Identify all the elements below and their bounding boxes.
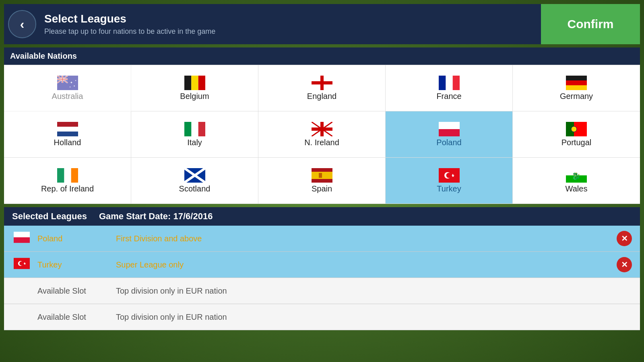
nation-name-germany: Germany (560, 92, 593, 101)
league-row-slot1[interactable]: Available SlotTop division only in EUR n… (4, 278, 640, 304)
leagues-header: Selected Leagues Game Start Date: 17/6/2… (4, 207, 640, 226)
league-flag-poland_row (12, 232, 31, 246)
flag-icon-germany (566, 76, 587, 92)
league-name-turkey_row: Turkey (37, 260, 110, 269)
flag-icon-france (439, 76, 460, 92)
nation-cell-scotland[interactable]: Scotland (131, 158, 258, 204)
nation-cell-germany[interactable]: Germany (513, 65, 640, 111)
remove-button-poland_row[interactable]: ✕ (617, 231, 632, 246)
nation-cell-turkey[interactable]: ★ Turkey (386, 158, 513, 204)
svg-text:✦: ✦ (75, 79, 76, 82)
svg-rect-26 (57, 122, 78, 127)
flag-icon-portugal (566, 122, 587, 138)
svg-text:★: ★ (451, 173, 455, 178)
remove-button-turkey_row[interactable]: ✕ (617, 257, 632, 272)
svg-rect-28 (57, 132, 78, 136)
league-flag-turkey_row: ★ (12, 258, 31, 272)
flag-icon-wales: 🐉 (566, 168, 587, 184)
nation-cell-england[interactable]: England (258, 65, 386, 111)
league-division-slot2: Top division only in EUR nation (116, 313, 611, 322)
svg-rect-31 (184, 122, 191, 136)
flag-icon-spain (312, 168, 332, 184)
leagues-rows: PolandFirst Division and above✕ ★ Turkey… (4, 226, 640, 330)
nation-cell-wales[interactable]: 🐉 Wales (513, 158, 640, 204)
svg-rect-16 (198, 76, 205, 90)
svg-rect-51 (319, 173, 322, 178)
svg-rect-45 (57, 168, 64, 183)
nation-cell-poland[interactable]: Poland (386, 111, 513, 158)
nation-name-italy: Italy (187, 138, 202, 147)
svg-rect-27 (57, 127, 78, 132)
flag-icon-poland (439, 122, 460, 138)
svg-rect-38 (439, 122, 460, 129)
nation-name-turkey: Turkey (437, 184, 461, 193)
nation-cell-holland[interactable]: Holland (4, 111, 131, 158)
nation-name-australia: Australia (52, 92, 83, 101)
flag-icon-england (312, 76, 332, 92)
page-subtitle: Please tap up to four nations to be acti… (44, 27, 541, 36)
svg-point-54 (446, 173, 451, 178)
nation-cell-rep_ireland[interactable]: Rep. of Ireland (4, 158, 131, 204)
header: ‹ Select Leagues Please tap up to four n… (4, 4, 640, 44)
nation-name-portugal: Portugal (561, 138, 592, 147)
nations-grid: ✦ ✦ ✦ ✦ Australia Belgium England France… (4, 65, 640, 204)
league-division-turkey_row: Super League only (116, 260, 611, 269)
back-button[interactable]: ‹ (8, 10, 36, 38)
nations-section: Available Nations ✦ ✦ ✦ ✦ Australia Belg… (4, 47, 640, 204)
nation-cell-italy[interactable]: Italy (131, 111, 258, 158)
svg-rect-23 (566, 76, 587, 80)
svg-point-42 (571, 126, 577, 132)
svg-text:✦: ✦ (70, 81, 73, 84)
nation-name-n_ireland: N. Ireland (304, 138, 339, 147)
flag-icon-holland (57, 122, 78, 138)
nation-cell-n_ireland[interactable]: N. Ireland (258, 111, 386, 158)
flag-icon-scotland (184, 168, 205, 184)
flag-icon-australia: ✦ ✦ ✦ ✦ (57, 76, 78, 92)
svg-rect-61 (14, 237, 30, 243)
svg-rect-22 (439, 76, 446, 90)
nation-cell-portugal[interactable]: Portugal (513, 111, 640, 158)
league-name-slot2: Available Slot (37, 313, 110, 322)
nation-name-scotland: Scotland (179, 184, 211, 193)
nation-name-holland: Holland (54, 138, 81, 147)
leagues-header-title: Selected Leagues (12, 211, 87, 222)
nation-cell-spain[interactable]: Spain (258, 158, 386, 204)
nations-header: Available Nations (4, 47, 640, 65)
game-start-date: Game Start Date: 17/6/2016 (99, 211, 213, 222)
league-row-slot2[interactable]: Available SlotTop division only in EUR n… (4, 304, 640, 330)
svg-rect-24 (566, 80, 587, 85)
svg-rect-19 (320, 76, 324, 90)
nation-cell-france[interactable]: France (386, 65, 513, 111)
svg-rect-60 (14, 232, 30, 237)
nation-name-belgium: Belgium (180, 92, 209, 101)
league-name-poland_row: Poland (37, 234, 110, 243)
league-division-poland_row: First Division and above (116, 234, 611, 243)
svg-point-64 (19, 261, 23, 265)
flag-icon-belgium (184, 76, 205, 92)
svg-rect-15 (191, 76, 198, 90)
svg-rect-14 (184, 76, 191, 90)
nation-name-rep_ireland: Rep. of Ireland (41, 184, 94, 193)
svg-text:★: ★ (23, 262, 26, 265)
nation-cell-belgium[interactable]: Belgium (131, 65, 258, 111)
nation-name-france: France (436, 92, 461, 101)
flag-icon-n_ireland (312, 122, 332, 138)
svg-text:✦: ✦ (69, 86, 71, 88)
nation-name-spain: Spain (312, 184, 332, 193)
league-row-turkey_row[interactable]: ★ TurkeySuper League only✕ (4, 252, 640, 278)
league-division-slot1: Top division only in EUR nation (116, 286, 611, 296)
nation-name-poland: Poland (436, 138, 461, 147)
league-row-poland_row[interactable]: PolandFirst Division and above✕ (4, 226, 640, 252)
leagues-section: Selected Leagues Game Start Date: 17/6/2… (4, 207, 640, 330)
confirm-button[interactable]: Confirm (541, 4, 640, 44)
svg-text:🐉: 🐉 (572, 172, 581, 181)
page-title: Select Leagues (44, 12, 541, 25)
header-text: Select Leagues Please tap up to four nat… (44, 12, 541, 36)
svg-rect-39 (439, 129, 460, 136)
flag-icon-italy (184, 122, 205, 138)
league-name-slot1: Available Slot (37, 286, 110, 296)
svg-rect-37 (320, 128, 324, 131)
svg-text:✦: ✦ (73, 85, 75, 87)
nation-name-england: England (307, 92, 336, 101)
flag-icon-turkey: ★ (439, 168, 460, 184)
